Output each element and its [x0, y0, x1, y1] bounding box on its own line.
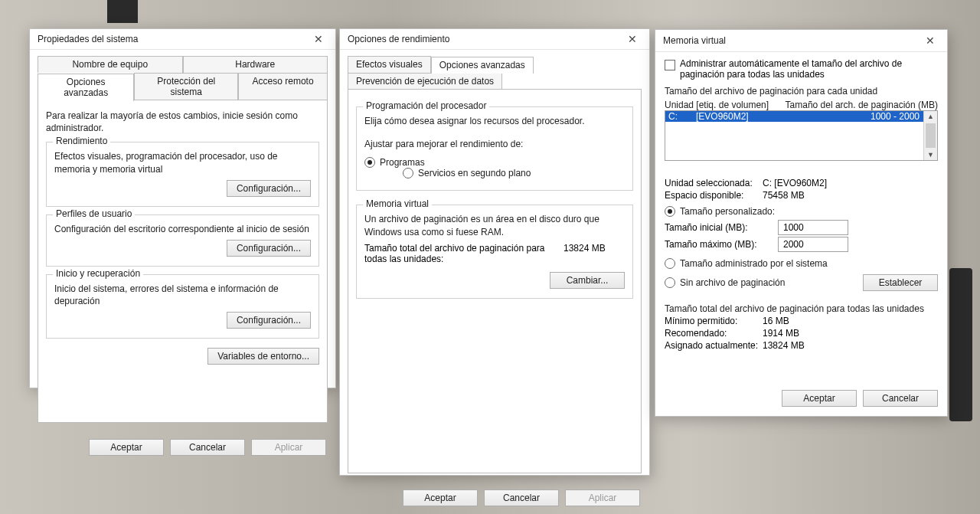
radio-dot-icon: [364, 157, 375, 168]
virtual-memory-window: Memoria virtual ✕ Administrar automática…: [655, 29, 948, 417]
max-size-row: Tamaño máximo (MB):: [665, 237, 938, 252]
window-title: Opciones de rendimiento: [348, 34, 617, 44]
ok-button[interactable]: Aceptar: [782, 390, 857, 407]
startup-settings-button[interactable]: Configuración...: [227, 312, 311, 329]
selected-drive-row: Unidad seleccionada: C: [EVO960M2]: [665, 178, 938, 188]
legend-startup: Inicio y recuperación: [53, 268, 143, 279]
initial-size-input[interactable]: [778, 220, 848, 235]
vm-change-button[interactable]: Cambiar...: [550, 272, 625, 289]
cur-row: Asignado actualmente: 13824 MB: [665, 340, 938, 351]
titlebar[interactable]: Propiedades del sistema ✕: [30, 29, 335, 50]
titlebar[interactable]: Opciones de rendimiento ✕: [340, 29, 649, 50]
window-title: Propiedades del sistema: [38, 34, 303, 44]
row-drive: C:: [665, 111, 696, 122]
window-title: Memoria virtual: [663, 35, 915, 46]
legend-vm: Memoria virtual: [363, 198, 432, 209]
min-value: 16 MB: [763, 316, 789, 326]
space-value: 75458 MB: [763, 190, 805, 201]
row-label: [EVO960M2]: [696, 111, 853, 122]
tab-remote[interactable]: Acceso remoto: [238, 73, 328, 100]
radio-custom-label: Tamaño personalizado:: [680, 206, 775, 217]
scrollbar[interactable]: ▲ ▼: [923, 111, 937, 160]
tab-protection[interactable]: Protección del sistema: [134, 73, 238, 100]
min-row: Mínimo permitido: 16 MB: [665, 316, 938, 326]
content: Nombre de equipo Hardware Opciones avanz…: [30, 50, 335, 431]
cancel-button[interactable]: Cancelar: [863, 390, 938, 407]
selected-drive-value: C: [EVO960M2]: [763, 178, 827, 188]
list-item[interactable]: C: [EVO960M2] 1000 - 2000: [665, 111, 937, 122]
tabs: Efectos visuales Opciones avanzadas Prev…: [348, 56, 642, 90]
legend-profiles: Perfiles de usuario: [53, 208, 135, 219]
checkbox-box-icon: [665, 60, 675, 70]
cancel-button[interactable]: Cancelar: [170, 439, 245, 456]
ok-button[interactable]: Aceptar: [89, 439, 164, 456]
apply-button[interactable]: Aplicar: [251, 439, 326, 456]
scroll-up-icon[interactable]: ▲: [927, 111, 934, 122]
profiles-settings-button[interactable]: Configuración...: [227, 240, 311, 257]
max-size-input[interactable]: [778, 237, 848, 252]
fieldset-virtual-memory: Memoria virtual Un archivo de paginación…: [356, 205, 633, 298]
rec-label: Recomendado:: [665, 328, 763, 339]
tab-dep[interactable]: Prevención de ejecución de datos: [348, 73, 502, 90]
space-label: Espacio disponible:: [665, 190, 763, 201]
initial-label: Tamaño inicial (MB):: [665, 222, 778, 233]
radio-custom-size[interactable]: Tamaño personalizado:: [665, 206, 775, 217]
totals-title: Tamaño total del archivo de paginación p…: [665, 303, 938, 314]
apply-button[interactable]: Aplicar: [565, 489, 640, 506]
radio-no-paging[interactable]: Sin archivo de paginación: [665, 277, 841, 288]
rec-value: 1914 MB: [763, 328, 799, 339]
content: Administrar automáticamente el tamaño de…: [655, 52, 947, 352]
admin-note: Para realizar la mayoría de estos cambio…: [46, 110, 319, 134]
dialog-buttons: Aceptar Cancelar: [655, 382, 947, 416]
col-size: Tamaño del arch. de paginación (MB): [775, 100, 938, 110]
startup-desc: Inicio del sistema, errores del sistema …: [54, 283, 311, 307]
legend-performance: Rendimiento: [53, 136, 110, 146]
cur-label: Asignado actualmente:: [665, 340, 763, 351]
tab-hardware[interactable]: Hardware: [183, 56, 328, 73]
radio-dot-icon: [403, 168, 413, 178]
per-drive-title: Tamaño del archivo de paginación para ca…: [665, 86, 938, 97]
tabs: Nombre de equipo Hardware Opciones avanz…: [38, 56, 328, 100]
tab-advanced[interactable]: Opciones avanzadas: [431, 57, 534, 74]
radio-dot-icon: [665, 277, 675, 288]
auto-manage-label: Administrar automáticamente el tamaño de…: [680, 58, 938, 80]
close-icon[interactable]: ✕: [303, 29, 334, 49]
radio-programs[interactable]: Programas: [364, 157, 425, 168]
set-button[interactable]: Establecer: [863, 274, 938, 291]
max-label: Tamaño máximo (MB):: [665, 239, 778, 250]
cur-value: 13824 MB: [763, 340, 805, 351]
dialog-buttons: Aceptar Cancelar Aplicar: [340, 482, 649, 514]
vm-desc: Un archivo de paginación es un área en e…: [364, 213, 625, 237]
titlebar[interactable]: Memoria virtual ✕: [655, 30, 947, 52]
legend-processor: Programación del procesador: [363, 100, 489, 111]
radio-dot-icon: [665, 206, 675, 217]
tab-visual-effects[interactable]: Efectos visuales: [348, 56, 431, 73]
adjust-label: Ajustar para mejorar el rendimiento de:: [364, 138, 625, 150]
close-icon[interactable]: ✕: [915, 31, 946, 51]
fieldset-user-profiles: Perfiles de usuario Configuración del es…: [46, 214, 319, 267]
radio-background-services[interactable]: Servicios en segundo plano: [403, 168, 531, 178]
radio-system-managed[interactable]: Tamaño administrado por el sistema: [665, 258, 828, 269]
close-icon[interactable]: ✕: [617, 29, 648, 49]
performance-settings-button[interactable]: Configuración...: [227, 180, 311, 197]
auto-manage-checkbox[interactable]: Administrar automáticamente el tamaño de…: [665, 58, 938, 80]
system-properties-window: Propiedades del sistema ✕ Nombre de equi…: [29, 28, 336, 388]
tab-computer-name[interactable]: Nombre de equipo: [38, 56, 183, 73]
selected-drive-label: Unidad seleccionada:: [665, 178, 763, 188]
list-header: Unidad [etiq. de volumen] Tamaño del arc…: [665, 100, 938, 110]
performance-options-window: Opciones de rendimiento ✕ Efectos visual…: [339, 28, 650, 476]
radio-dot-icon: [665, 258, 675, 269]
min-label: Mínimo permitido:: [665, 316, 763, 326]
performance-desc: Efectos visuales, programación del proce…: [54, 150, 311, 175]
vm-total-value: 13824 MB: [564, 243, 625, 254]
fieldset-performance: Rendimiento Efectos visuales, programaci…: [46, 142, 319, 206]
ok-button[interactable]: Aceptar: [403, 489, 478, 506]
radio-system-label: Tamaño administrado por el sistema: [680, 258, 828, 269]
drives-listbox[interactable]: C: [EVO960M2] 1000 - 2000 ▲ ▼: [665, 110, 938, 161]
scroll-down-icon[interactable]: ▼: [927, 149, 934, 160]
scroll-thumb[interactable]: [926, 123, 936, 148]
rec-row: Recomendado: 1914 MB: [665, 328, 938, 339]
environment-variables-button[interactable]: Variables de entorno...: [207, 348, 319, 365]
cancel-button[interactable]: Cancelar: [484, 489, 559, 506]
tab-advanced[interactable]: Opciones avanzadas: [38, 74, 134, 101]
